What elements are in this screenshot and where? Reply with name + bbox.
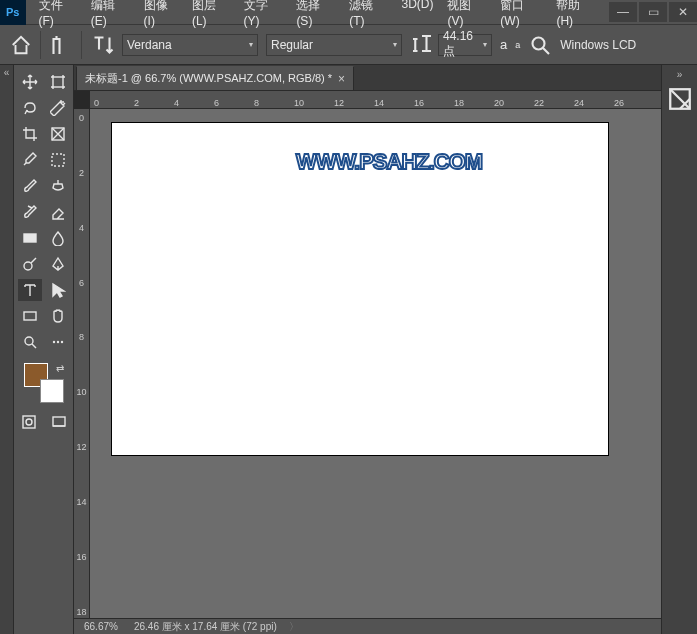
app-logo: Ps [0,0,26,25]
menu-edit[interactable]: 编辑(E) [84,0,137,32]
brush-tool[interactable] [18,175,42,197]
pen-tool[interactable] [46,253,70,275]
ruler-tick: 6 [214,98,254,108]
tool-preset-button[interactable] [49,33,73,57]
tab-close-icon[interactable]: × [338,72,345,86]
canvas[interactable]: WWW.PSAHZ.COM [112,123,608,455]
ruler-vertical[interactable]: 024681012141618 [74,109,90,634]
rectangle-tool[interactable] [18,305,42,327]
ruler-tick: 14 [76,497,86,524]
ruler-tick: 22 [534,98,574,108]
artboard-tool[interactable] [46,71,70,93]
clone-stamp-tool[interactable] [46,175,70,197]
ruler-tick: 10 [294,98,334,108]
magic-wand-tool[interactable] [46,97,70,119]
anti-alias-label-small: a [515,40,520,50]
panel-button[interactable] [667,88,693,110]
svg-point-13 [26,419,32,425]
left-rail: « [0,65,14,634]
svg-rect-14 [53,417,65,426]
gradient-tool[interactable] [18,227,42,249]
menu-window[interactable]: 窗口(W) [493,0,549,32]
font-family-value: Verdana [127,38,172,52]
svg-point-6 [24,262,32,270]
ruler-tick: 12 [334,98,374,108]
document-tab-label: 未标题-1 @ 66.7% (WWW.PSAHZ.COM, RGB/8) * [85,71,332,86]
anti-alias-mode-label[interactable]: Windows LCD [560,38,636,52]
menu-layer[interactable]: 图层(L) [185,0,237,32]
path-selection-tool[interactable] [46,279,70,301]
home-icon[interactable] [10,34,32,56]
font-size-select[interactable]: 44.16 点 ▾ [438,34,492,56]
menu-select[interactable]: 选择(S) [289,0,342,32]
svg-point-11 [60,341,62,343]
menu-3d[interactable]: 3D(D) [394,0,440,32]
menu-help[interactable]: 帮助(H) [549,0,603,32]
frame-tool[interactable] [46,123,70,145]
expand-icon[interactable]: » [677,69,683,80]
maximize-button[interactable]: ▭ [639,2,667,22]
zoom-level[interactable]: 66.67% [80,621,122,632]
ruler-tick: 18 [454,98,494,108]
document-tabs: 未标题-1 @ 66.7% (WWW.PSAHZ.COM, RGB/8) * × [74,65,661,91]
ruler-tick: 16 [414,98,454,108]
separator [40,31,41,59]
marquee-tool[interactable] [46,149,70,171]
svg-rect-4 [24,234,36,242]
menu-view[interactable]: 视图(V) [440,0,493,32]
move-tool[interactable] [18,71,42,93]
font-family-select[interactable]: Verdana ▾ [122,34,258,56]
menu-file[interactable]: 文件(F) [32,0,84,32]
chevron-down-icon: ▾ [483,40,487,49]
background-color[interactable] [40,379,64,403]
anti-alias-label: a [500,37,507,52]
screen-mode-button[interactable] [47,411,71,433]
crop-tool[interactable] [18,123,42,145]
document-dimensions[interactable]: 26.46 厘米 x 17.64 厘米 (72 ppi) [130,620,281,634]
edit-toolbar-button[interactable] [46,331,70,353]
svg-point-0 [533,37,545,49]
zoom-tool[interactable] [18,331,42,353]
lasso-tool[interactable] [18,97,42,119]
menu-type[interactable]: 文字(Y) [237,0,290,32]
svg-rect-7 [24,312,36,320]
ruler-tick: 8 [79,332,84,359]
font-style-value: Regular [271,38,313,52]
status-bar: 66.67% 26.46 厘米 x 17.64 厘米 (72 ppi) 〉 [74,618,661,634]
menu-image[interactable]: 图像(I) [137,0,185,32]
type-tool[interactable] [18,279,42,301]
swap-colors-icon[interactable]: ⇄ [56,363,64,374]
hand-tool[interactable] [46,305,70,327]
color-swatches: ⇄ [24,363,64,403]
canvas-surface[interactable]: WWW.PSAHZ.COM [90,109,661,618]
expand-icon[interactable]: « [4,67,10,78]
eraser-tool[interactable] [46,201,70,223]
minimize-button[interactable]: — [609,2,637,22]
quick-mask-button[interactable] [17,411,41,433]
right-rail: » [661,65,697,634]
document-area: 未标题-1 @ 66.7% (WWW.PSAHZ.COM, RGB/8) * ×… [74,65,661,634]
text-orientation-button[interactable] [90,33,114,57]
ruler-horizontal[interactable]: 02468101214161820222426 [90,91,661,109]
menu-filter[interactable]: 滤镜(T) [342,0,394,32]
blur-tool[interactable] [46,227,70,249]
svg-rect-1 [53,77,63,87]
ruler-tick: 14 [374,98,414,108]
svg-rect-12 [23,416,35,428]
tool-panel: ⇄ [14,65,74,634]
canvas-text-layer[interactable]: WWW.PSAHZ.COM [296,149,482,175]
font-size-icon[interactable] [410,33,434,57]
ruler-tick: 4 [79,223,84,250]
history-brush-tool[interactable] [18,201,42,223]
eyedropper-tool[interactable] [18,149,42,171]
status-caret-icon[interactable]: 〉 [289,620,299,634]
search-icon[interactable] [528,33,552,57]
close-button[interactable]: ✕ [669,2,697,22]
document-tab[interactable]: 未标题-1 @ 66.7% (WWW.PSAHZ.COM, RGB/8) * × [76,66,354,90]
ruler-tick: 24 [574,98,614,108]
dodge-tool[interactable] [18,253,42,275]
font-style-select[interactable]: Regular ▾ [266,34,402,56]
tool-grid [18,71,70,353]
ruler-tick: 2 [134,98,174,108]
ruler-tick: 16 [76,552,86,579]
